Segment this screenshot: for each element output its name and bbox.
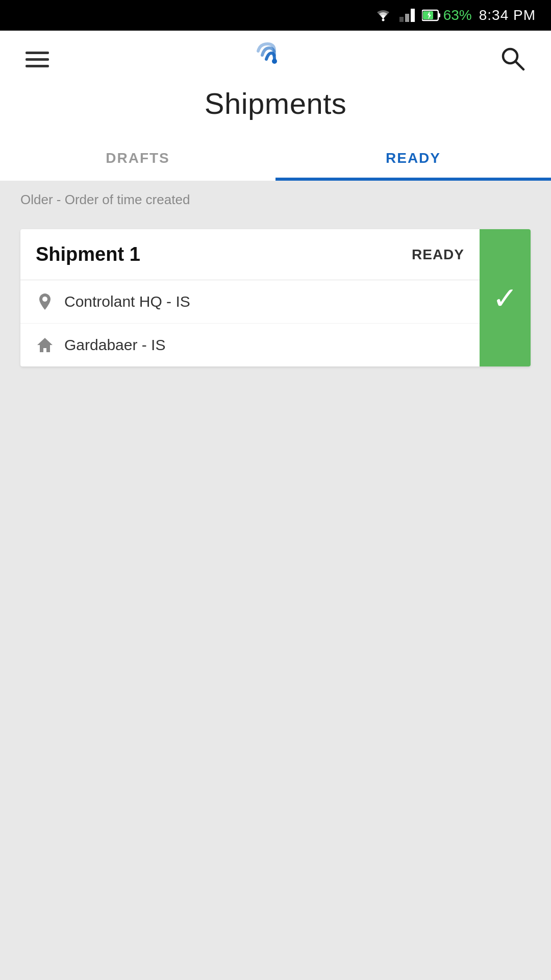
hamburger-line-2: [26, 58, 49, 61]
search-button[interactable]: [495, 41, 531, 78]
svg-point-7: [272, 59, 277, 64]
origin-row: Controlant HQ - IS: [20, 280, 480, 324]
status-bar: 63% 8:34 PM: [0, 0, 551, 31]
logo-area: [254, 42, 295, 78]
page-title: Shipments: [205, 86, 347, 120]
app-header: Shipments: [0, 31, 551, 136]
shipment-card[interactable]: Shipment 1 READY Controlant HQ - IS: [20, 229, 531, 366]
origin-pin-icon: [36, 292, 54, 311]
header-top: [20, 41, 531, 86]
sort-label: Older - Order of time created: [0, 181, 551, 219]
destination-row: Gardabaer - IS: [20, 324, 480, 366]
status-icons: 63% 8:34 PM: [374, 7, 536, 23]
svg-line-9: [515, 61, 523, 69]
card-header: Shipment 1 READY: [20, 229, 480, 280]
destination-home-icon: [36, 336, 54, 354]
shipment-status: READY: [412, 247, 464, 263]
shipment-ready-action[interactable]: ✓: [480, 229, 531, 366]
svg-marker-2: [405, 14, 409, 22]
destination-text: Gardabaer - IS: [64, 336, 165, 354]
origin-text: Controlant HQ - IS: [64, 293, 190, 310]
search-icon: [500, 46, 525, 71]
card-body: Controlant HQ - IS Gardabaer - IS: [20, 280, 480, 366]
svg-rect-5: [438, 13, 440, 17]
svg-point-0: [382, 19, 384, 21]
time-display: 8:34 PM: [479, 7, 536, 23]
shipments-list: Shipment 1 READY Controlant HQ - IS: [0, 219, 551, 377]
svg-marker-3: [411, 9, 415, 22]
hamburger-line-3: [26, 65, 49, 67]
svg-marker-1: [399, 17, 404, 22]
tab-ready[interactable]: READY: [276, 136, 551, 181]
battery-svg: [422, 9, 440, 22]
card-main: Shipment 1 READY Controlant HQ - IS: [20, 229, 480, 366]
wifi-icon: [374, 9, 392, 22]
battery-icon: 63%: [422, 7, 472, 23]
menu-button[interactable]: [20, 46, 54, 72]
shipment-name: Shipment 1: [36, 243, 140, 265]
hamburger-line-1: [26, 52, 49, 54]
check-mark-icon: ✓: [492, 280, 518, 316]
tabs-container: DRAFTS READY: [0, 136, 551, 181]
svg-point-10: [42, 297, 47, 302]
tab-drafts[interactable]: DRAFTS: [0, 136, 276, 181]
battery-percent: 63%: [443, 7, 472, 23]
app-logo: [254, 42, 295, 78]
signal-icon: [399, 9, 415, 22]
